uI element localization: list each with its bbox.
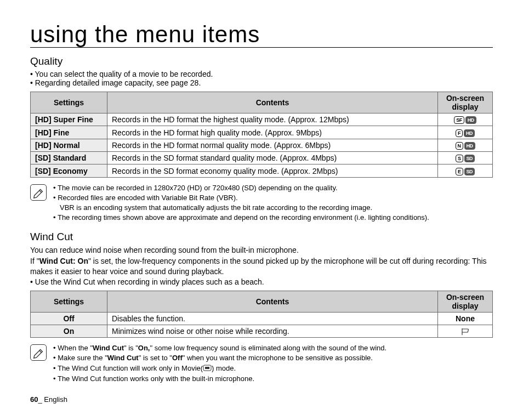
note-item: The movie can be recorded in 1280x720 (H… xyxy=(53,183,429,193)
windcut-flag-icon xyxy=(461,328,470,336)
cell-content: Disables the function. xyxy=(107,312,438,325)
note-item: Make sure the "Wind Cut" is set to "Off"… xyxy=(53,353,386,363)
cell-content: Records in the HD format the highest qua… xyxy=(107,113,438,126)
cell-display xyxy=(438,325,493,337)
table-row: [HD] NormalRecords in the HD format norm… xyxy=(31,139,493,151)
page-language: English xyxy=(44,395,67,404)
cell-content: Minimizes wind noise or other noise whil… xyxy=(107,325,438,337)
svg-rect-1 xyxy=(205,367,209,369)
page-title: using the menu items xyxy=(30,22,493,48)
format-badge-icon: HD xyxy=(465,116,476,124)
quality-badge-icon: SF xyxy=(454,116,464,124)
cell-setting: [HD] Fine xyxy=(31,126,107,139)
note-item: When the "Wind Cut" is "On," some low fr… xyxy=(53,343,386,353)
windcut-bullets: Use the Wind Cut when recording in windy… xyxy=(30,277,493,286)
page-number: 60 xyxy=(30,395,38,404)
note-icon xyxy=(30,344,47,361)
cell-content: Records in the HD format high quality mo… xyxy=(107,126,438,139)
table-row: [SD] EconomyRecords in the SD format eco… xyxy=(31,164,493,177)
format-badge-icon: HD xyxy=(464,129,475,137)
cell-content: Records in the SD format standard qualit… xyxy=(107,152,438,164)
cell-display: ESD xyxy=(438,164,493,177)
windcut-note: When the "Wind Cut" is "On," some low fr… xyxy=(30,343,493,384)
movie-mode-icon xyxy=(203,364,212,374)
cell-setting: [HD] Normal xyxy=(31,139,107,151)
format-badge-icon: HD xyxy=(464,142,475,150)
windcut-heading: Wind Cut xyxy=(30,231,493,243)
col-settings: Settings xyxy=(31,291,107,312)
quality-note: The movie can be recorded in 1280x720 (H… xyxy=(30,183,493,223)
windcut-para: You can reduce wind noise when recording… xyxy=(30,245,493,256)
col-display: On-screen display xyxy=(438,92,493,113)
col-contents: Contents xyxy=(107,92,438,113)
table-row: [HD] Super FineRecords in the HD format … xyxy=(31,113,493,126)
quality-badge-icon: F xyxy=(456,129,463,137)
cell-display: SSD xyxy=(438,152,493,164)
cell-setting: [SD] Economy xyxy=(31,164,107,177)
cell-display: SFHD xyxy=(438,113,493,126)
note-item: The Wind Cut function works only with th… xyxy=(53,374,386,384)
quality-badge-icon: N xyxy=(456,142,463,150)
note-item: The Wind Cut function will work only in … xyxy=(53,364,386,373)
note-icon xyxy=(30,184,47,201)
cell-setting: Off xyxy=(31,312,107,325)
cell-display: None xyxy=(438,312,493,325)
cell-display: FHD xyxy=(438,126,493,139)
col-display: On-screen display xyxy=(438,291,493,312)
quality-intro-item: You can select the quality of a movie to… xyxy=(30,70,493,78)
quality-table: Settings Contents On-screen display [HD]… xyxy=(30,92,493,177)
cell-setting: On xyxy=(31,325,107,337)
cell-content: Records in the SD format economy quality… xyxy=(107,164,438,177)
col-contents: Contents xyxy=(107,291,438,312)
col-settings: Settings xyxy=(31,92,107,113)
note-item: The recording times shown above are appr… xyxy=(53,213,429,223)
table-row: On Minimizes wind noise or other noise w… xyxy=(31,325,493,337)
quality-intro: You can select the quality of a movie to… xyxy=(30,70,493,87)
table-row: [SD] StandardRecords in the SD format st… xyxy=(31,152,493,164)
note-item: Recorded files are encoded with Variable… xyxy=(53,193,429,212)
cell-setting: [HD] Super Fine xyxy=(31,113,107,126)
windcut-para: If "Wind Cut: On" is set, the low-freque… xyxy=(30,256,493,277)
quality-heading: Quality xyxy=(30,55,493,67)
format-badge-icon: SD xyxy=(464,155,475,162)
table-row: [HD] FineRecords in the HD format high q… xyxy=(31,126,493,139)
cell-display: NHD xyxy=(438,139,493,151)
cell-content: Records in the HD format normal quality … xyxy=(107,139,438,151)
windcut-bullet: Use the Wind Cut when recording in windy… xyxy=(30,277,493,286)
quality-intro-item: Regarding detailed image capacity, see p… xyxy=(30,78,493,87)
windcut-table: Settings Contents On-screen display Off … xyxy=(30,291,493,338)
quality-badge-icon: E xyxy=(456,168,463,175)
table-row: Off Disables the function. None xyxy=(31,312,493,325)
quality-badge-icon: S xyxy=(456,155,463,162)
format-badge-icon: SD xyxy=(464,168,475,175)
cell-setting: [SD] Standard xyxy=(31,152,107,164)
page-footer: 60_ English xyxy=(30,395,493,404)
